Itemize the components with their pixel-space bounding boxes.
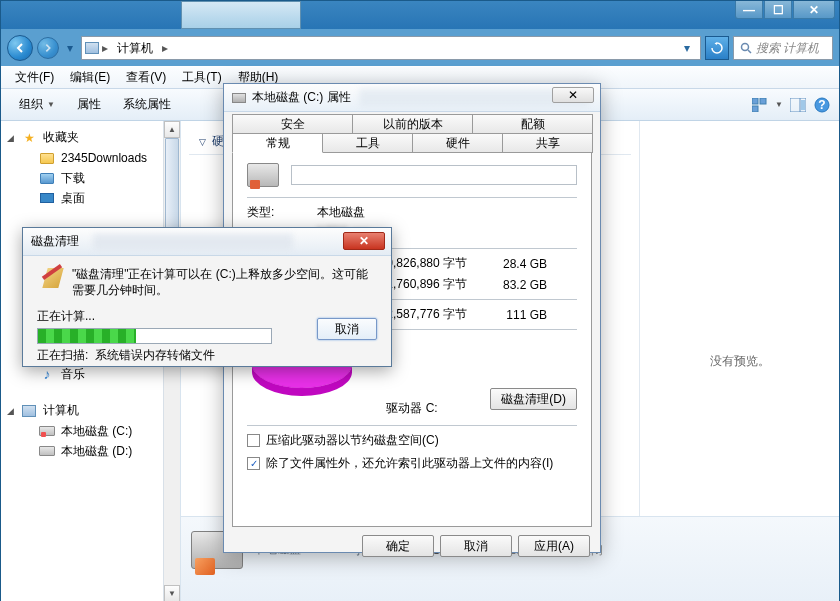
crumb-separator-icon[interactable]: ▸ xyxy=(100,41,110,55)
scroll-down-button[interactable]: ▼ xyxy=(164,585,180,601)
organize-button[interactable]: 组织▼ xyxy=(9,92,65,117)
properties-close-button[interactable]: ✕ xyxy=(552,87,594,103)
back-button[interactable] xyxy=(7,35,33,61)
apply-button[interactable]: 应用(A) xyxy=(518,535,590,557)
scanning-text: 正在扫描: 系统错误内存转储文件 xyxy=(37,347,377,364)
tab-general[interactable]: 常规 xyxy=(232,133,323,153)
close-button[interactable]: ✕ xyxy=(793,1,835,19)
cleanup-titlebar[interactable]: 磁盘清理 ✕ xyxy=(23,228,391,256)
index-checkbox-row[interactable]: ✓ 除了文件属性外，还允许索引此驱动器上文件的内容(I) xyxy=(247,455,577,472)
refresh-button[interactable] xyxy=(705,36,729,60)
sidebar-favorites[interactable]: ◢ ★ 收藏夹 xyxy=(1,127,180,148)
sidebar-item-drive-c[interactable]: 本地磁盘 (C:) xyxy=(1,421,180,441)
tab-tools[interactable]: 工具 xyxy=(322,133,413,153)
desktop-icon xyxy=(39,190,55,206)
broom-icon xyxy=(37,266,62,298)
search-input[interactable]: 搜索 计算机 xyxy=(733,36,833,60)
explorer-window: — ☐ ✕ ▾ ▸ 计算机 ▸ ▾ 搜索 计算机 文件(F) 编辑(E) 查 xyxy=(0,0,840,601)
tab-quota[interactable]: 配额 xyxy=(472,114,593,134)
search-icon xyxy=(740,42,752,54)
nav-bar: ▾ ▸ 计算机 ▸ ▾ 搜索 计算机 xyxy=(7,32,833,64)
preview-pane-icon[interactable] xyxy=(789,96,807,114)
sidebar-item-downloads[interactable]: 下载 xyxy=(1,168,180,188)
history-dropdown[interactable]: ▾ xyxy=(63,41,77,55)
sidebar-computer[interactable]: ◢ 计算机 xyxy=(1,400,180,421)
ok-button[interactable]: 确定 xyxy=(362,535,434,557)
address-dropdown[interactable]: ▾ xyxy=(676,41,698,55)
folder-icon xyxy=(39,150,55,166)
tab-security[interactable]: 安全 xyxy=(232,114,353,134)
minimize-button[interactable]: — xyxy=(735,1,763,19)
crumb-separator-icon[interactable]: ▸ xyxy=(160,41,170,55)
cleanup-message: "磁盘清理"正在计算可以在 (C:)上释放多少空间。这可能需要几分钟时间。 xyxy=(72,266,377,298)
compress-checkbox-row[interactable]: 压缩此驱动器以节约磁盘空间(C) xyxy=(247,432,577,449)
cleanup-title-text: 磁盘清理 xyxy=(31,233,79,250)
menu-view[interactable]: 查看(V) xyxy=(118,67,174,88)
cancel-button[interactable]: 取消 xyxy=(440,535,512,557)
tab-hardware[interactable]: 硬件 xyxy=(412,133,503,153)
cleanup-close-button[interactable]: ✕ xyxy=(343,232,385,250)
sidebar-item-desktop[interactable]: 桌面 xyxy=(1,188,180,208)
system-properties-button[interactable]: 系统属性 xyxy=(113,92,181,117)
star-icon: ★ xyxy=(21,130,37,146)
menu-tools[interactable]: 工具(T) xyxy=(174,67,229,88)
folder-icon xyxy=(39,170,55,186)
titlebar-tab[interactable] xyxy=(181,1,301,29)
progress-bar xyxy=(37,328,272,344)
drive-name-input[interactable] xyxy=(291,165,577,185)
breadcrumb-computer[interactable]: 计算机 xyxy=(110,37,160,59)
view-dropdown[interactable]: ▼ xyxy=(775,100,783,109)
properties-button[interactable]: 属性 xyxy=(67,92,111,117)
svg-text:?: ? xyxy=(818,98,825,112)
cleanup-cancel-button[interactable]: 取消 xyxy=(317,318,377,340)
no-preview-text: 没有预览。 xyxy=(710,353,770,370)
search-placeholder: 搜索 计算机 xyxy=(756,40,819,57)
forward-button[interactable] xyxy=(37,37,59,59)
address-bar[interactable]: ▸ 计算机 ▸ ▾ xyxy=(81,36,701,60)
drive-icon xyxy=(232,93,246,103)
titlebar[interactable]: — ☐ ✕ xyxy=(1,1,839,29)
view-icon[interactable] xyxy=(751,96,769,114)
disk-cleanup-dialog: 磁盘清理 ✕ "磁盘清理"正在计算可以在 (C:)上释放多少空间。这可能需要几分… xyxy=(22,227,392,367)
checkbox-icon[interactable]: ✓ xyxy=(247,457,260,470)
progress-fill xyxy=(38,329,136,343)
drive-icon xyxy=(247,163,279,187)
svg-rect-3 xyxy=(760,98,766,104)
sidebar-item-drive-d[interactable]: 本地磁盘 (D:) xyxy=(1,441,180,461)
menu-file[interactable]: 文件(F) xyxy=(7,67,62,88)
properties-title-text: 本地磁盘 (C:) 属性 xyxy=(252,89,351,106)
checkbox-icon[interactable] xyxy=(247,434,260,447)
properties-titlebar[interactable]: 本地磁盘 (C:) 属性 ✕ xyxy=(224,84,600,112)
disk-cleanup-button[interactable]: 磁盘清理(D) xyxy=(490,388,577,410)
computer-icon xyxy=(84,40,100,56)
help-icon[interactable]: ? xyxy=(813,96,831,114)
svg-rect-4 xyxy=(752,106,758,112)
computer-icon xyxy=(21,403,37,419)
sidebar-item-2345downloads[interactable]: 2345Downloads xyxy=(1,148,180,168)
menu-edit[interactable]: 编辑(E) xyxy=(62,67,118,88)
tab-previous-versions[interactable]: 以前的版本 xyxy=(352,114,473,134)
drive-icon xyxy=(39,443,55,459)
svg-line-1 xyxy=(748,50,751,53)
svg-rect-7 xyxy=(801,100,805,110)
tab-sharing[interactable]: 共享 xyxy=(502,133,593,153)
scroll-up-button[interactable]: ▲ xyxy=(164,121,180,138)
svg-point-0 xyxy=(742,44,749,51)
svg-rect-2 xyxy=(752,98,758,104)
drive-icon xyxy=(39,423,55,439)
maximize-button[interactable]: ☐ xyxy=(764,1,792,19)
